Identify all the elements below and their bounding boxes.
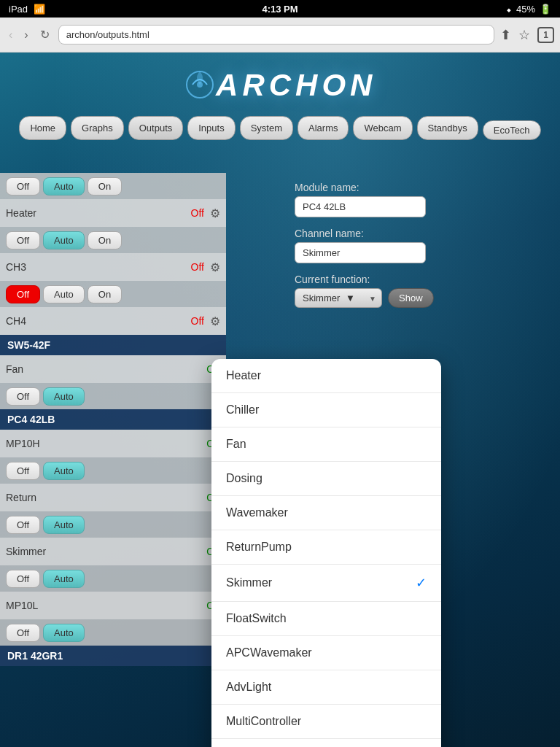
dropdown-item-chiller[interactable]: Chiller [211, 393, 441, 427]
ch4-off-btn[interactable]: Off [6, 285, 40, 303]
sw5-header: SW5-42F [0, 335, 226, 355]
fan-auto-btn[interactable]: Auto [43, 387, 85, 406]
dropdown-item-timedcontroller[interactable]: TimedController [211, 739, 441, 747]
right-panel: Module name: Channel name: Current funct… [283, 173, 560, 327]
channel-name-group: Channel name: [295, 228, 548, 263]
dropdown-item-heater-label: Heater [226, 369, 261, 382]
carrier-label: iPad [9, 4, 28, 15]
url-bar[interactable] [58, 25, 495, 44]
dropdown-item-multicontroller[interactable]: MultiController [211, 705, 441, 739]
fan-buttons: Off Auto [0, 383, 226, 409]
ch3-row: CH3 Off ⚙ [0, 253, 226, 281]
skimmer-row: Skimmer On [0, 538, 226, 565]
checkmark-icon: ✓ [416, 575, 427, 591]
ch0-on-btn[interactable]: On [88, 177, 122, 196]
bluetooth-icon: ⬥ [506, 4, 512, 15]
nav-alarms[interactable]: Alarms [298, 116, 349, 140]
dropdown-item-apcwavemaker-label: APCWavemaker [226, 646, 312, 659]
reload-button[interactable]: ↻ [37, 25, 52, 44]
dropdown-item-heater[interactable]: Heater [211, 359, 441, 393]
dr1-header: DR1 42GR1 [0, 646, 226, 666]
ch4-row: CH4 Off ⚙ [0, 307, 226, 335]
show-button[interactable]: Show [388, 288, 434, 308]
module-name-label: Module name: [295, 182, 548, 193]
dropdown-item-fan-label: Fan [226, 438, 246, 451]
status-bar: iPad 📶 4:13 PM ⬥ 45% 🔋 [0, 0, 560, 18]
channel-4-buttons: Off Auto On [0, 281, 226, 307]
mp10l-buttons: Off Auto [0, 619, 226, 646]
nav-webcam[interactable]: Webcam [353, 116, 412, 140]
ch4-gear-icon[interactable]: ⚙ [210, 314, 220, 328]
channel-name-input[interactable] [295, 242, 426, 263]
skimmer-off-btn[interactable]: Off [6, 570, 40, 588]
browser-chrome: ‹ › ↻ ⬆ ☆ 1 [0, 18, 560, 53]
mp10h-off-btn[interactable]: Off [6, 462, 40, 480]
bookmark-icon[interactable]: ☆ [518, 27, 530, 43]
mp10l-auto-btn[interactable]: Auto [43, 624, 85, 642]
nav-graphs[interactable]: Graphs [71, 116, 124, 140]
function-row: Skimmer ▼ Show [295, 288, 548, 308]
mp10h-auto-btn[interactable]: Auto [43, 462, 85, 480]
ch4-on-btn[interactable]: On [88, 285, 122, 303]
dropdown-item-wavemaker[interactable]: Wavemaker [211, 496, 441, 530]
dropdown-item-advlight-label: AdvLight [226, 681, 271, 694]
dropdown-item-floatswitch[interactable]: FloatSwitch [211, 602, 441, 636]
ch2-on-btn[interactable]: On [88, 231, 122, 249]
mp10h-buttons: Off Auto [0, 457, 226, 484]
dropdown-item-advlight[interactable]: AdvLight [211, 670, 441, 705]
dropdown-item-skimmer[interactable]: Skimmer ✓ [211, 565, 441, 602]
current-function-label: Current function: [295, 274, 548, 285]
module-name-group: Module name: [295, 182, 548, 217]
logo-icon [184, 69, 217, 101]
fan-off-btn[interactable]: Off [6, 387, 40, 406]
back-button[interactable]: ‹ [6, 26, 15, 44]
logo-text: ARCHON [216, 68, 376, 102]
dropdown-item-returnpump-label: ReturnPump [226, 541, 292, 554]
channel-name-label: Channel name: [295, 228, 548, 239]
left-panel: Off Auto On Heater Off ⚙ Off Auto On CH3… [0, 173, 226, 666]
ch2-auto-btn[interactable]: Auto [43, 231, 85, 249]
dropdown-item-fan[interactable]: Fan [211, 427, 441, 462]
heater-row: Heater Off ⚙ [0, 199, 226, 227]
fan-row: Fan On [0, 355, 226, 383]
function-select-value: Skimmer [303, 293, 340, 303]
channel-0-buttons: Off Auto On [0, 173, 226, 199]
nav-inputs[interactable]: Inputs [187, 116, 235, 140]
function-select-btn[interactable]: Skimmer ▼ [295, 288, 382, 308]
ch4-label: CH4 [6, 315, 185, 327]
module-name-input[interactable] [295, 196, 426, 217]
channel-2-buttons: Off Auto On [0, 227, 226, 253]
mp10l-label: MP10L [6, 600, 201, 611]
battery-icon: 🔋 [540, 4, 551, 15]
return-buttons: Off Auto [0, 511, 226, 538]
forward-button[interactable]: › [21, 26, 31, 44]
skimmer-auto-btn[interactable]: Auto [43, 570, 85, 588]
nav-outputs[interactable]: Outputs [128, 116, 184, 140]
nav-area: Home Graphs Outputs Inputs System Alarms… [0, 110, 560, 146]
ch4-status: Off [191, 315, 204, 327]
return-off-btn[interactable]: Off [6, 516, 40, 534]
time-display: 4:13 PM [262, 4, 298, 15]
nav-standbys[interactable]: Standbys [417, 116, 478, 140]
heater-gear-icon[interactable]: ⚙ [210, 206, 220, 220]
dropdown-item-returnpump[interactable]: ReturnPump [211, 530, 441, 565]
battery-label: 45% [516, 4, 535, 15]
return-auto-btn[interactable]: Auto [43, 516, 85, 534]
nav-ecotech[interactable]: EcoTech [483, 120, 541, 140]
ch0-off-btn[interactable]: Off [6, 177, 40, 196]
dropdown-item-dosing[interactable]: Dosing [211, 462, 441, 496]
mp10h-row: MP10H On [0, 430, 226, 457]
nav-home[interactable]: Home [19, 116, 66, 140]
ch3-gear-icon[interactable]: ⚙ [210, 260, 220, 274]
dropdown-item-apcwavemaker[interactable]: APCWavemaker [211, 636, 441, 670]
share-icon[interactable]: ⬆ [500, 27, 511, 43]
ch2-off-btn[interactable]: Off [6, 231, 40, 249]
ch4-auto-btn[interactable]: Auto [43, 285, 85, 303]
ch0-auto-btn[interactable]: Auto [43, 177, 85, 196]
nav-system[interactable]: System [240, 116, 293, 140]
dropdown-item-dosing-label: Dosing [226, 472, 262, 485]
skimmer-buttons: Off Auto [0, 565, 226, 592]
return-label: Return [6, 492, 201, 503]
tab-count[interactable]: 1 [537, 27, 554, 43]
mp10l-off-btn[interactable]: Off [6, 624, 40, 642]
